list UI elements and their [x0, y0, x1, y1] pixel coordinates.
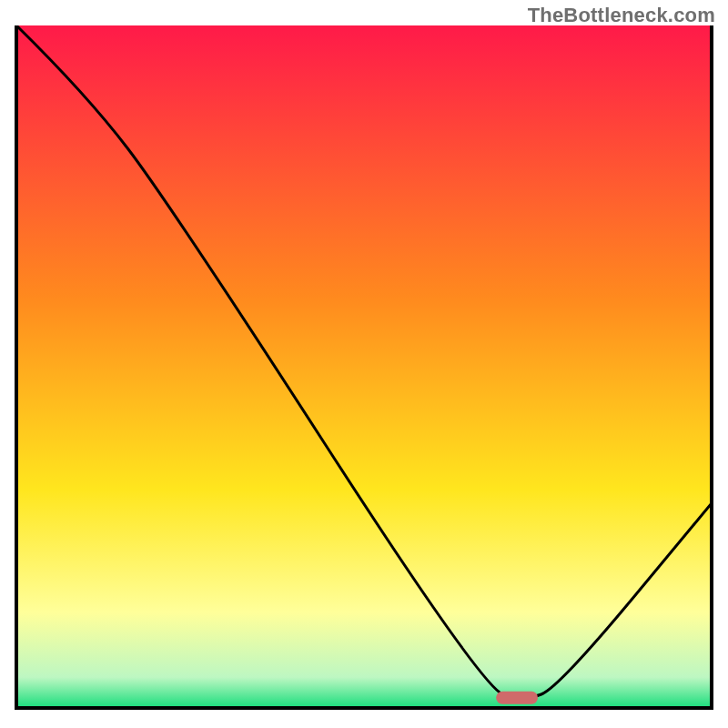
optimal-marker — [496, 692, 538, 704]
chart-frame: TheBottleneck.com — [0, 0, 728, 728]
gradient-background — [16, 25, 712, 708]
bottleneck-chart — [0, 0, 728, 728]
